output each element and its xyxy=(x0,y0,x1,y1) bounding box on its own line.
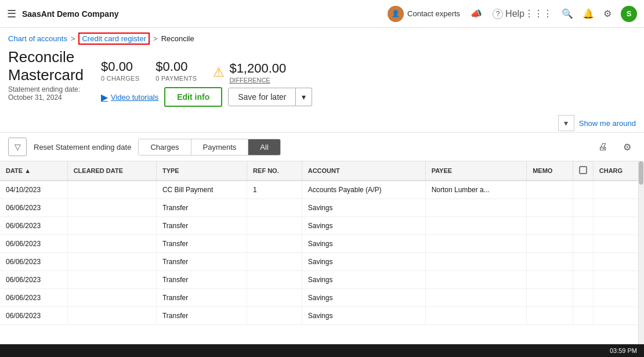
toolbar-row: ▾ Show me around xyxy=(0,113,644,133)
charges-label: 0 CHARGES xyxy=(101,75,139,82)
page-title: Reconcile Mastercard xyxy=(8,48,84,84)
col-memo[interactable]: MEMO xyxy=(527,161,573,181)
company-name: SaasAnt Demo Company xyxy=(22,9,118,19)
breadcrumb-credit-card-register[interactable]: Credit card register xyxy=(78,33,150,45)
col-cleared-date[interactable]: CLEARED DATE xyxy=(67,161,156,181)
scrollbar-track[interactable] xyxy=(638,161,644,353)
tab-charges[interactable]: Charges xyxy=(139,139,191,155)
breadcrumb-sep-2: > xyxy=(153,34,158,43)
breadcrumb: Chart of accounts > Credit card register… xyxy=(0,28,644,46)
reset-label: Reset Statement ending date xyxy=(34,143,131,152)
col-account[interactable]: ACCOUNT xyxy=(302,161,425,181)
breadcrumb-chart-of-accounts[interactable]: Chart of accounts xyxy=(8,34,67,43)
collapse-button[interactable]: ▾ xyxy=(558,115,574,131)
table-row[interactable]: 06/06/2023TransferSavings xyxy=(0,235,644,253)
tab-payments[interactable]: Payments xyxy=(191,139,249,155)
contact-experts-button[interactable]: 👤 Contact experts xyxy=(388,6,460,22)
filter-row: ▽ Reset Statement ending date Charges Pa… xyxy=(0,133,644,161)
bell-icon[interactable]: 🔔 xyxy=(583,8,594,19)
show-around-link[interactable]: Show me around xyxy=(579,119,636,128)
transactions-table: DATE ▲ CLEARED DATE TYPE REF NO. ACCOUNT… xyxy=(0,161,644,325)
table-body: 04/10/2023CC Bill Payment1Accounts Payab… xyxy=(0,181,644,325)
status-bar: 03:59 PM xyxy=(0,344,644,357)
print-icon[interactable]: 🖨 xyxy=(594,138,612,156)
hamburger-icon[interactable]: ☰ xyxy=(7,8,16,20)
help-circle-icon[interactable]: ? Help xyxy=(493,9,524,19)
table-row[interactable]: 06/06/2023TransferSavings xyxy=(0,217,644,235)
table-row[interactable]: 06/06/2023TransferSavings xyxy=(0,253,644,271)
breadcrumb-reconcile: Reconcile xyxy=(161,34,194,43)
search-icon[interactable]: 🔍 xyxy=(562,8,573,19)
statement-date-label: Statement ending date: xyxy=(8,85,84,93)
settings-icon[interactable]: ⚙ xyxy=(603,8,612,19)
filter-button[interactable]: ▽ xyxy=(8,138,27,156)
breadcrumb-sep-1: > xyxy=(71,34,75,43)
edit-info-button[interactable]: Edit info xyxy=(164,87,222,107)
col-payee[interactable]: PAYEE xyxy=(425,161,527,181)
save-later-dropdown-button[interactable]: ▾ xyxy=(296,88,312,106)
status-time: 03:59 PM xyxy=(610,347,637,354)
scrollbar-thumb[interactable] xyxy=(639,161,643,185)
play-icon: ▶ xyxy=(101,92,108,103)
save-for-later-button[interactable]: Save for later xyxy=(228,88,296,106)
video-tutorials-link[interactable]: ▶ Video tutorials xyxy=(101,92,158,103)
col-ref-no[interactable]: REF NO. xyxy=(247,161,302,181)
top-navigation: ☰ SaasAnt Demo Company 👤 Contact experts… xyxy=(0,0,644,28)
charges-amount: $0.00 xyxy=(101,59,139,74)
table-row[interactable]: 06/06/2023TransferSavings xyxy=(0,271,644,289)
col-date[interactable]: DATE ▲ xyxy=(0,161,67,181)
grid-icon[interactable]: ⋮⋮⋮ xyxy=(524,8,552,19)
difference-label: DIFFERENCE xyxy=(229,77,286,84)
statement-date-value: October 31, 2024 xyxy=(8,93,84,102)
tab-all[interactable]: All xyxy=(248,139,280,155)
table-row[interactable]: 04/10/2023CC Bill Payment1Accounts Payab… xyxy=(0,181,644,199)
warning-icon: ⚠ xyxy=(213,65,225,80)
svg-rect-0 xyxy=(580,167,587,174)
table-header-row: DATE ▲ CLEARED DATE TYPE REF NO. ACCOUNT… xyxy=(0,161,644,181)
table-container: DATE ▲ CLEARED DATE TYPE REF NO. ACCOUNT… xyxy=(0,161,644,353)
table-row[interactable]: 06/06/2023TransferSavings xyxy=(0,199,644,217)
col-flag xyxy=(573,161,593,181)
settings-table-icon[interactable]: ⚙ xyxy=(618,138,636,156)
table-row[interactable]: 06/06/2023TransferSavings xyxy=(0,307,644,325)
megaphone-icon[interactable]: 📣 xyxy=(471,8,482,19)
page-header: Reconcile Mastercard Statement ending da… xyxy=(0,46,644,113)
payments-label: 0 PAYMENTS xyxy=(155,75,197,82)
payments-amount: $0.00 xyxy=(155,59,197,74)
user-avatar[interactable]: S xyxy=(621,6,637,22)
difference-amount: $1,200.00 xyxy=(229,61,286,76)
col-type[interactable]: TYPE xyxy=(156,161,247,181)
table-row[interactable]: 06/06/2023TransferSavings xyxy=(0,289,644,307)
col-charge[interactable]: CHARG xyxy=(593,161,644,181)
contact-avatar: 👤 xyxy=(388,6,404,22)
tab-group: Charges Payments All xyxy=(138,139,280,156)
